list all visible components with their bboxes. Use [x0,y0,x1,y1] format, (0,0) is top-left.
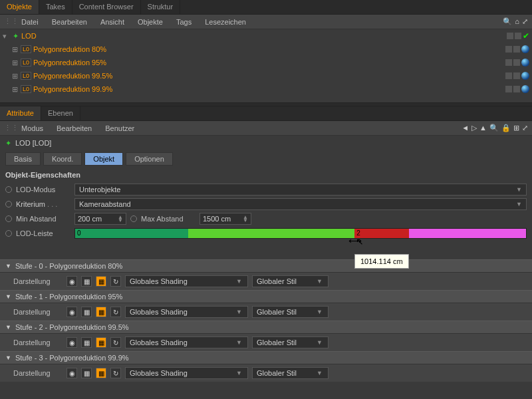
display-mode-icon[interactable]: ◉ [66,307,77,317]
refresh-icon[interactable]: ↻ [110,276,121,287]
layer-toggle-icon[interactable] [505,59,512,66]
shading-icon[interactable]: ▦ [96,368,106,378]
lod-modus-select[interactable]: Unterobjekte ▼ [74,184,527,196]
anim-dot-icon[interactable] [5,215,12,222]
menu-modus[interactable]: Modus [15,123,50,134]
visibility-toggle-icon[interactable] [513,72,520,79]
visibility-toggle-icon[interactable] [513,59,520,66]
shading-icon[interactable]: ▦ [96,337,106,348]
tab-struktur[interactable]: Struktur [141,0,181,14]
tab-content-browser[interactable]: Content Browser [72,0,141,14]
expand-icon[interactable]: ⤢ [522,124,528,132]
tab-attribute[interactable]: Attribute [0,106,41,120]
search-icon[interactable]: 🔍 [503,17,512,26]
sphere-tag-icon[interactable] [521,59,529,66]
search-icon[interactable]: 🔍 [489,124,499,132]
layer-toggle-icon[interactable] [507,33,513,39]
stufe-header[interactable]: ▼Stufe - 2 - Polygonreduktion 99.5% [0,321,532,334]
stufe-header[interactable]: ▼Stufe - 3 - Polygonreduktion 99.9% [0,351,532,364]
menu-datei[interactable]: Datei [15,17,45,27]
lod-bar-segment[interactable]: 2 [354,229,408,238]
shading-select[interactable]: Globales Shading▼ [125,275,248,287]
anim-dot-icon[interactable] [5,186,12,193]
anim-dot-icon[interactable] [130,215,137,222]
visibility-toggle-icon[interactable] [515,33,521,39]
refresh-icon[interactable]: ↻ [110,337,121,348]
expand-icon[interactable]: ⊞ [12,72,19,80]
lod-bar-segment[interactable]: 0 [75,229,188,238]
tree-row-child[interactable]: ⊞ L0 Polygonreduktion 95% [0,56,532,69]
expand-icon[interactable]: ⊞ [12,45,19,54]
expand-icon[interactable]: ⊞ [12,85,19,94]
object-tree[interactable]: ▾ ✦ LOD ✔ ⊞ L0 Polygonreduktion 80% ⊞ L0… [0,29,532,102]
stil-select[interactable]: Globaler Stil▼ [252,306,329,318]
layer-toggle-icon[interactable] [505,46,512,53]
anim-dot-icon[interactable] [5,230,12,237]
refresh-icon[interactable]: ↻ [110,307,121,317]
spinner-icon[interactable]: ▲▼ [118,215,123,222]
enable-check-icon[interactable]: ✔ [523,31,529,41]
display-mode-icon[interactable]: ◉ [66,276,77,287]
nav-up-icon[interactable]: ▲ [479,124,487,132]
anim-dot-icon[interactable] [5,201,12,207]
display-mode-icon[interactable]: ◉ [66,337,77,348]
render-mode-icon[interactable]: ▦ [81,337,92,348]
kriterium-select[interactable]: Kameraabstand ▼ [74,198,527,210]
menu-bearbeiten[interactable]: Bearbeiten [50,123,98,134]
menu-objekte[interactable]: Objekte [131,17,170,27]
tab-objekte[interactable]: Objekte [0,0,39,14]
collapse-triangle-icon[interactable]: ▼ [5,293,11,300]
tree-row-root[interactable]: ▾ ✦ LOD ✔ [0,29,532,43]
expand-icon[interactable]: ⤢ [522,17,528,26]
expand-icon[interactable]: ⊞ [12,59,19,67]
sphere-tag-icon[interactable] [521,85,529,93]
lock-icon[interactable]: 🔒 [501,124,511,132]
subtab-koord[interactable]: Koord. [43,152,82,166]
stufe-header[interactable]: ▼Stufe - 0 - Polygonreduktion 80% [0,259,532,273]
tree-item-label[interactable]: Polygonreduktion 99.9% [33,85,112,93]
tab-ebenen[interactable]: Ebenen [41,106,80,120]
shading-select[interactable]: Globales Shading▼ [125,306,248,318]
stil-select[interactable]: Globaler Stil▼ [252,367,329,379]
menu-lesezeichen[interactable]: Lesezeichen [198,17,253,27]
tree-item-label[interactable]: Polygonreduktion 99.5% [33,72,112,80]
menu-tags[interactable]: Tags [170,17,198,27]
shading-select[interactable]: Globales Shading▼ [125,336,248,348]
lod-bar-segment[interactable] [409,229,526,238]
visibility-toggle-icon[interactable] [513,86,520,92]
tree-row-child[interactable]: ⊞ L0 Polygonreduktion 99.5% [0,69,532,82]
render-mode-icon[interactable]: ▦ [81,276,92,287]
panel-grip-icon[interactable]: ⋮⋮ [4,124,12,132]
new-window-icon[interactable]: ⊞ [513,124,519,132]
shading-icon[interactable]: ▦ [96,307,106,317]
nav-fwd-icon[interactable]: ▷ [471,124,477,132]
subtab-objekt[interactable]: Objekt [84,152,123,166]
refresh-icon[interactable]: ↻ [110,368,121,378]
min-abstand-input[interactable]: 200 cm ▲▼ [74,213,126,225]
visibility-toggle-icon[interactable] [513,46,520,53]
layer-toggle-icon[interactable] [505,72,512,79]
spinner-icon[interactable]: ▲▼ [243,215,248,222]
shading-select[interactable]: Globales Shading▼ [125,367,248,379]
lod-bar-segment[interactable] [188,229,355,238]
sphere-tag-icon[interactable] [521,45,529,53]
max-abstand-input[interactable]: 1500 cm ▲▼ [200,213,251,225]
tree-row-child[interactable]: ⊞ L0 Polygonreduktion 99.9% [0,82,532,96]
stil-select[interactable]: Globaler Stil▼ [252,336,329,348]
display-mode-icon[interactable]: ◉ [66,368,77,378]
collapse-triangle-icon[interactable]: ▼ [5,263,11,269]
shading-icon[interactable]: ▦ [96,276,106,287]
render-mode-icon[interactable]: ▦ [81,307,92,317]
subtab-basis[interactable]: Basis [5,152,41,166]
sphere-tag-icon[interactable] [521,72,529,80]
subtab-optionen[interactable]: Optionen [126,152,173,166]
collapse-triangle-icon[interactable]: ▼ [5,324,11,331]
collapse-icon[interactable]: ▾ [3,32,9,41]
nav-back-icon[interactable]: ◄ [462,124,469,132]
tree-item-label[interactable]: Polygonreduktion 95% [33,59,106,66]
menu-ansicht[interactable]: Ansicht [94,17,131,27]
home-icon[interactable]: ⌂ [515,17,519,26]
tree-item-label[interactable]: LOD [21,32,37,40]
tab-takes[interactable]: Takes [39,0,72,14]
render-mode-icon[interactable]: ▦ [81,368,92,378]
